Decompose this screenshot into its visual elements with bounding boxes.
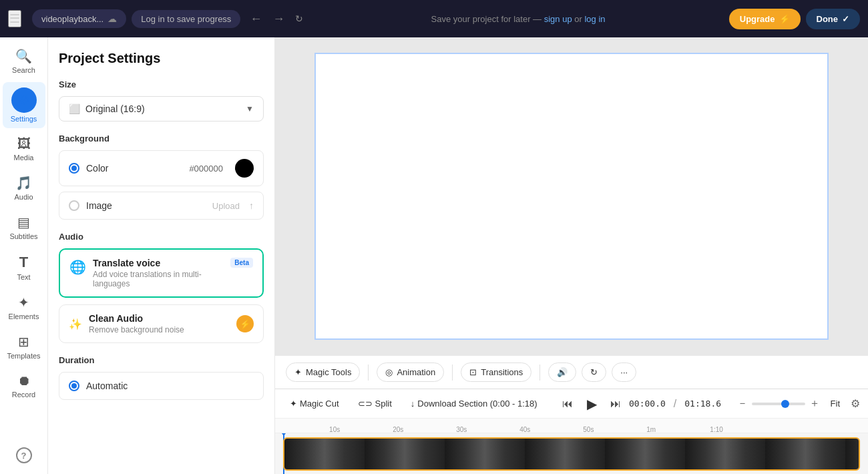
undo-button[interactable]: ← (246, 9, 266, 29)
settings-icon: ⚙ (19, 93, 29, 107)
upload-text[interactable]: Upload (212, 201, 240, 211)
translate-card-content: Translate voice Add voice translations i… (93, 258, 224, 288)
size-value: Original (16:9) (85, 103, 240, 114)
sidebar-item-text[interactable]: T Text (3, 248, 45, 286)
color-radio[interactable] (69, 163, 79, 174)
sidebar-item-templates[interactable]: ⊞ Templates (3, 328, 45, 365)
record-icon: ⏺ (17, 373, 31, 389)
image-bg-option[interactable]: Image Upload ↑ (59, 192, 264, 220)
menu-button[interactable]: ☰ (8, 10, 21, 27)
clean-audio-icon: ✨ (69, 318, 82, 330)
size-dropdown[interactable]: ⬜ Original (16:9) ▼ (59, 96, 264, 122)
volume-button[interactable]: 🔊 (548, 363, 576, 382)
subtitles-icon: ▤ (17, 214, 30, 230)
sidebar-item-record[interactable]: ⏺ Record (3, 368, 45, 404)
canvas-frame (314, 53, 829, 340)
sidebar-item-subtitles[interactable]: ▤ Subtitles (3, 209, 45, 246)
ruler-tick-30s: 30s (456, 426, 467, 433)
fit-button[interactable]: Fit (825, 396, 845, 411)
sidebar-item-label: Media (14, 154, 34, 162)
clean-audio-card[interactable]: ✨ Clean Audio Remove background noise ⚡ (59, 304, 264, 343)
sign-up-link[interactable]: sign up (544, 14, 572, 24)
log-in-link[interactable]: log in (584, 14, 605, 24)
ruler-tick-50s: 50s (583, 426, 594, 433)
sidebar-item-help[interactable]: ? (3, 442, 45, 469)
track-content[interactable] (283, 437, 860, 471)
volume-icon: 🔊 (557, 367, 568, 377)
refresh-button[interactable]: ↻ (291, 11, 307, 27)
sidebar-item-label: Templates (7, 352, 40, 360)
cloud-icon: ☁ (107, 13, 117, 24)
translate-icon: 🌐 (69, 259, 86, 275)
top-bar: ☰ videoplayback... ☁ Log in to save prog… (0, 0, 868, 37)
split-button[interactable]: ⊂⊃ Split (351, 395, 399, 412)
magic-tools-button[interactable]: ✦ Magic Tools (286, 363, 360, 382)
color-label: Color (86, 163, 182, 174)
sidebar-item-label: Search (12, 66, 35, 74)
download-section-button[interactable]: ↓ Download Section (0:00 - 1:18) (404, 395, 544, 412)
tool-divider-3 (539, 365, 540, 381)
skip-back-button[interactable]: ⏮ (560, 395, 576, 413)
translate-voice-card[interactable]: 🌐 Translate voice Add voice translations… (59, 248, 264, 298)
color-bg-option[interactable]: Color #000000 (59, 150, 264, 186)
animation-button[interactable]: ◎ Animation (377, 363, 444, 382)
clean-audio-content: Clean Audio Remove background noise (89, 313, 230, 334)
clean-audio-desc: Remove background noise (89, 325, 230, 334)
ruler-tick-40s: 40s (519, 426, 530, 433)
settings-title: Project Settings (59, 51, 264, 66)
magic-cut-label: Magic Cut (300, 399, 339, 409)
zoom-thumb (781, 400, 789, 408)
timeline-track[interactable] (275, 433, 868, 474)
main-area: 🔍 Search ⚙ Settings 🖼 Media 🎵 Audio ▤ Su… (0, 37, 868, 474)
beta-badge: Beta (230, 258, 253, 268)
transitions-icon: ⊡ (469, 367, 477, 377)
timeline-settings-button[interactable]: ⚙ (851, 397, 860, 410)
ruler-tick-20s: 20s (393, 426, 403, 433)
icon-sidebar: 🔍 Search ⚙ Settings 🖼 Media 🎵 Audio ▤ Su… (0, 37, 48, 474)
play-button[interactable]: ▶ (581, 393, 602, 415)
redo-button[interactable]: → (268, 9, 288, 29)
media-icon: 🖼 (17, 136, 31, 152)
audio-icon: 🎵 (15, 175, 32, 191)
zoom-slider[interactable] (752, 403, 805, 405)
zoom-out-button[interactable]: － (737, 397, 748, 411)
magic-cut-button[interactable]: ✦ Magic Cut (283, 395, 346, 412)
hex-value: #000000 (189, 164, 223, 174)
done-label: Done (817, 14, 839, 24)
sidebar-item-search[interactable]: 🔍 Search (3, 43, 45, 79)
canvas-area: ✦ Magic Tools ◎ Animation ⊡ Transitions … (275, 37, 868, 474)
ratio-icon: ⬜ (69, 103, 80, 114)
upgrade-button[interactable]: Upgrade ⚡ (729, 9, 801, 29)
done-button[interactable]: Done ✓ (806, 9, 861, 29)
color-swatch[interactable] (235, 159, 254, 178)
project-tab[interactable]: videoplayback... ☁ (32, 9, 126, 28)
sidebar-item-label: Record (12, 391, 35, 399)
settings-panel: Project Settings Size ⬜ Original (16:9) … (48, 37, 275, 474)
duration-option[interactable]: Automatic (59, 372, 264, 400)
help-icon: ? (16, 447, 32, 463)
timeline-controls: ✦ Magic Cut ⊂⊃ Split ↓ Download Section … (275, 389, 868, 419)
sidebar-item-media[interactable]: 🖼 Media (3, 131, 45, 167)
transitions-button[interactable]: ⊡ Transitions (461, 363, 531, 382)
automatic-label: Automatic (86, 381, 254, 391)
more-button[interactable]: ··· (612, 363, 636, 382)
translate-voice-desc: Add voice translations in multi-language… (93, 270, 224, 288)
timeline-ruler: 10s 20s 30s 40s 50s 1m 1:10 (275, 419, 868, 433)
sidebar-item-label: Settings (11, 115, 37, 123)
sidebar-item-audio[interactable]: 🎵 Audio (3, 170, 45, 206)
skip-forward-button[interactable]: ⏭ (608, 395, 624, 413)
canvas-viewport[interactable] (275, 37, 868, 355)
sidebar-item-label: Subtitles (9, 232, 37, 240)
upgrade-label: Upgrade (740, 14, 775, 24)
sidebar-item-label: Text (17, 273, 30, 281)
sidebar-item-settings[interactable]: ⚙ Settings (3, 82, 45, 128)
split-label: Split (375, 399, 392, 409)
current-time: 00:00.0 (629, 399, 666, 409)
image-radio[interactable] (69, 200, 79, 211)
automatic-radio[interactable] (69, 381, 79, 391)
login-button[interactable]: Log in to save progress (132, 10, 240, 28)
loop-button[interactable]: ↻ (582, 363, 606, 382)
sidebar-item-elements[interactable]: ✦ Elements (3, 289, 45, 326)
text-icon: T (19, 254, 28, 271)
zoom-in-button[interactable]: ＋ (809, 397, 820, 411)
